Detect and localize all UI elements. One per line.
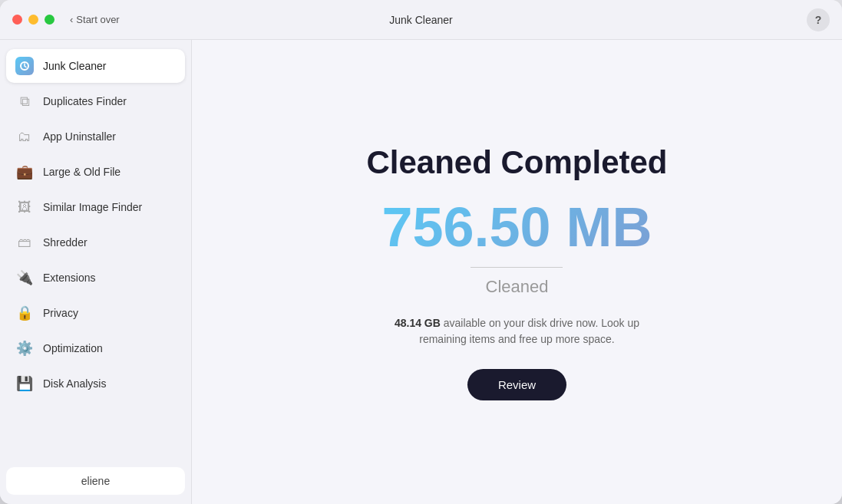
chevron-left-icon: ‹ [70,14,73,25]
sidebar-item-duplicates-finder[interactable]: ⧉ Duplicates Finder [6,84,185,118]
cleaned-title: Cleaned Completed [366,144,667,181]
sidebar-item-label-disk-analysis: Disk Analysis [43,377,106,390]
optimization-icon: ⚙️ [15,339,34,357]
disk-analysis-icon: 💾 [15,374,34,393]
content-area: Cleaned Completed 756.50 MB Cleaned 48.1… [192,40,842,504]
similar-image-icon: 🖼 [15,198,34,216]
sidebar-item-shredder[interactable]: 🗃 Shredder [6,226,185,259]
sidebar-item-label-app-uninstaller: App Uninstaller [43,130,116,143]
help-label: ? [815,14,822,26]
sidebar-item-app-uninstaller[interactable]: 🗂 App Uninstaller [6,120,185,153]
sidebar-item-disk-analysis[interactable]: 💾 Disk Analysis [6,367,185,400]
sidebar-item-label-duplicates: Duplicates Finder [43,95,127,107]
window-title: Junk Cleaner [389,14,453,26]
disk-info: 48.14 GB available on your disk drive no… [386,315,647,348]
traffic-lights [12,15,54,25]
content-inner: Cleaned Completed 756.50 MB Cleaned 48.1… [366,144,667,400]
sidebar-item-label-extensions: Extensions [43,272,95,284]
sidebar-item-optimization[interactable]: ⚙️ Optimization [6,331,185,365]
app-uninstaller-icon: 🗂 [15,127,34,146]
privacy-icon: 🔒 [15,304,34,322]
review-button[interactable]: Review [467,369,566,400]
sidebar-item-extensions[interactable]: 🔌 Extensions [6,261,185,295]
duplicates-icon: ⧉ [15,92,34,110]
user-profile[interactable]: eliene [6,467,185,495]
sidebar-item-label-shredder: Shredder [43,236,88,249]
sidebar-item-junk-cleaner[interactable]: Junk Cleaner [6,49,185,83]
sidebar-items: Junk Cleaner ⧉ Duplicates Finder 🗂 App U… [6,49,185,467]
sidebar-item-privacy[interactable]: 🔒 Privacy [6,296,185,330]
disk-info-text: available on your disk drive now. Look u… [419,317,639,345]
review-button-label: Review [498,378,536,391]
start-over-label: Start over [76,14,119,25]
sidebar-item-similar-image-finder[interactable]: 🖼 Similar Image Finder [6,190,185,224]
cleaned-label: Cleaned [486,277,549,297]
shredder-icon: 🗃 [15,233,34,252]
sidebar-item-label-optimization: Optimization [43,342,103,354]
sidebar-item-large-old-file[interactable]: 💼 Large & Old File [6,155,185,189]
divider [471,267,563,268]
large-file-icon: 💼 [15,163,34,181]
close-button[interactable] [12,15,22,25]
main-content: Junk Cleaner ⧉ Duplicates Finder 🗂 App U… [0,40,842,504]
sidebar-item-label-similar-image: Similar Image Finder [43,201,142,213]
sidebar-item-label-large-old-file: Large & Old File [43,166,121,178]
app-window: ‹ Start over Junk Cleaner ? [0,0,842,504]
maximize-button[interactable] [45,15,54,25]
sidebar-item-label-privacy: Privacy [43,307,78,319]
disk-gb: 48.14 GB [395,317,441,329]
extensions-icon: 🔌 [15,268,34,287]
junk-icon [15,57,34,75]
sidebar-item-label-junk: Junk Cleaner [43,60,107,72]
cleaned-amount: 756.50 MB [381,199,652,255]
minimize-button[interactable] [28,15,38,25]
help-button[interactable]: ? [807,8,830,31]
sidebar: Junk Cleaner ⧉ Duplicates Finder 🗂 App U… [0,40,192,504]
start-over-button[interactable]: ‹ Start over [70,14,120,25]
title-bar: ‹ Start over Junk Cleaner ? [0,0,842,40]
user-label: eliene [81,475,110,487]
